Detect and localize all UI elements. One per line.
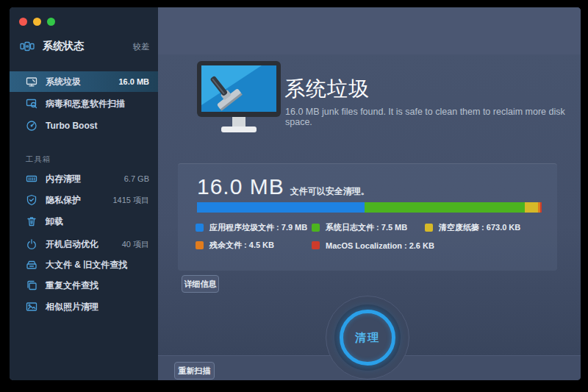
memory-icon: [26, 173, 39, 185]
sidebar-item-startup-optimize[interactable]: 开机启动优化 40 项目: [10, 235, 158, 254]
gauge-icon: [26, 120, 39, 132]
legend-label: 系统日志文件 : 7.5 MB: [326, 222, 407, 233]
clean-button-ring: 清理: [340, 310, 395, 366]
trash-icon: [26, 215, 39, 227]
system-status-badge: 较差: [133, 41, 149, 52]
sidebar-item-label: 内存清理: [46, 173, 81, 185]
duplicate-icon: [26, 279, 39, 291]
zoom-button[interactable]: [47, 18, 55, 26]
shield-icon: [26, 194, 39, 206]
clean-monitor-illustration: [191, 61, 287, 143]
junk-caption: 文件可以安全清理。: [290, 185, 370, 198]
bar-segment: [365, 202, 525, 213]
bar-segment: [525, 202, 537, 213]
legend-swatch: [312, 241, 320, 249]
sidebar: 系统状态 较差 系统垃圾 16.0 MB 病毒和恶意软件扫描 Turbo Boo…: [10, 7, 158, 380]
sidebar-item-uninstall[interactable]: 卸载: [10, 212, 158, 231]
sidebar-item-system-junk[interactable]: 系统垃圾 16.0 MB: [10, 71, 158, 92]
sidebar-item-label: 系统状态: [43, 40, 84, 53]
drawer-icon: [26, 259, 39, 271]
toolbox-section-label: 工具箱: [26, 154, 51, 165]
junk-legend: 应用程序垃圾文件 : 7.9 MB系统日志文件 : 7.5 MB清空废纸篓 : …: [196, 222, 550, 251]
bar-segment: [540, 202, 542, 213]
legend-item: 应用程序垃圾文件 : 7.9 MB: [196, 222, 312, 233]
sidebar-item-label: 重复文件查找: [46, 279, 98, 292]
sidebar-item-label: 卸载: [46, 215, 63, 228]
legend-item: 清空废纸篓 : 673.0 KB: [425, 222, 550, 233]
sidebar-item-value: 6.7 GB: [124, 174, 149, 183]
malware-scan-icon: [26, 98, 39, 110]
legend-label: 应用程序垃圾文件 : 7.9 MB: [209, 222, 307, 233]
legend-swatch: [425, 224, 433, 232]
power-icon: [26, 238, 39, 250]
legend-item: MacOS Localization : 2.6 KB: [312, 240, 425, 251]
page-subtitle: 16.0 MB junk files found. It is safe to …: [285, 107, 581, 127]
clean-button[interactable]: 清理: [334, 304, 401, 371]
sidebar-item-label: 相似照片清理: [46, 301, 98, 313]
dashboard-icon: [20, 40, 36, 52]
monitor-icon: [26, 76, 39, 88]
legend-label: 清空废纸篓 : 673.0 KB: [439, 222, 520, 233]
sidebar-item-similar-photos[interactable]: 相似照片清理: [10, 297, 158, 316]
sidebar-item-memory-clean[interactable]: 内存清理 6.7 GB: [10, 169, 158, 188]
screen: 系统状态 较差 系统垃圾 16.0 MB 病毒和恶意软件扫描 Turbo Boo…: [0, 0, 588, 392]
junk-bar: [197, 202, 542, 213]
page-title: 系统垃圾: [284, 75, 370, 103]
junk-total-size: 16.0 MB: [197, 174, 284, 199]
photo-icon: [26, 301, 39, 313]
header-band: [158, 7, 581, 54]
app-window: 系统状态 较差 系统垃圾 16.0 MB 病毒和恶意软件扫描 Turbo Boo…: [10, 7, 581, 380]
legend-swatch: [312, 224, 320, 232]
sidebar-item-label: 隐私保护: [46, 194, 81, 207]
sidebar-item-turbo-boost[interactable]: Turbo Boost: [10, 116, 158, 135]
legend-label: MacOS Localization : 2.6 KB: [326, 241, 434, 250]
minimize-button[interactable]: [33, 18, 41, 26]
traffic-lights: [19, 18, 55, 26]
sidebar-item-label: 开机启动优化: [46, 238, 98, 251]
rescan-button[interactable]: 重新扫描: [174, 362, 215, 379]
sidebar-item-value: 40 项目: [122, 239, 149, 250]
sidebar-item-system-status[interactable]: 系统状态 较差: [10, 37, 158, 56]
sidebar-item-duplicate-finder[interactable]: 重复文件查找: [10, 276, 158, 295]
legend-label: 残余文件 : 4.5 KB: [209, 240, 274, 251]
legend-swatch: [196, 224, 204, 232]
bar-segment: [197, 202, 365, 213]
sidebar-item-label: 病毒和恶意软件扫描: [46, 98, 125, 110]
main-panel: 系统垃圾 16.0 MB junk files found. It is saf…: [158, 7, 581, 380]
sidebar-item-value: 1415 项目: [112, 195, 149, 206]
sidebar-item-big-old-files[interactable]: 大文件 & 旧文件查找: [10, 255, 158, 274]
details-button[interactable]: 详细信息: [182, 275, 219, 293]
clean-button-label: 清理: [355, 331, 380, 345]
sidebar-item-value: 16.0 MB: [118, 77, 149, 86]
sidebar-item-label: 大文件 & 旧文件查找: [46, 259, 127, 271]
legend-item: 残余文件 : 4.5 KB: [196, 240, 312, 251]
close-button[interactable]: [19, 18, 27, 26]
sidebar-item-privacy-protect[interactable]: 隐私保护 1415 项目: [10, 190, 158, 210]
junk-summary-panel: 16.0 MB 文件可以安全清理。 应用程序垃圾文件 : 7.9 MB系统日志文…: [178, 163, 557, 271]
sidebar-item-label: Turbo Boost: [46, 121, 97, 131]
legend-swatch: [196, 241, 204, 249]
legend-item: 系统日志文件 : 7.5 MB: [312, 222, 425, 233]
sidebar-item-label: 系统垃圾: [46, 76, 81, 88]
sidebar-item-malware-scan[interactable]: 病毒和恶意软件扫描: [10, 94, 158, 113]
